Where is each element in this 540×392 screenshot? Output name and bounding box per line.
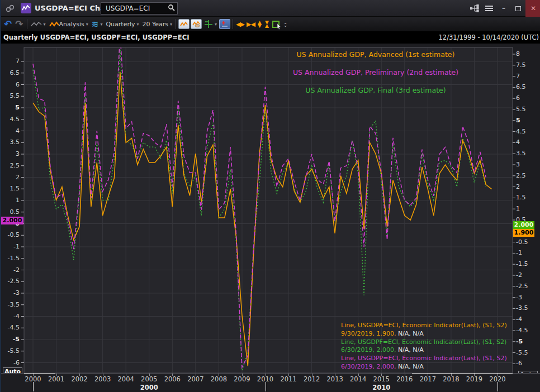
redo-button[interactable]: ↷ [13,18,25,31]
info-line-description: Line, USGDPP=ECI, Economic Indicator(Las… [341,355,507,363]
last-price-badge-preliminary: 2.000 [1,217,23,224]
axis-range-marker [24,373,55,374]
interval-dropdown[interactable]: Quarterly ▾ [104,18,140,31]
left-axis-label: 6 [1,81,20,89]
left-axis-label: -1 [1,243,20,251]
legend-entry: US Annualized GDP, Advanced (1st estimat… [236,46,515,64]
x-axis-decade-label: 2010 [364,384,398,391]
separator [27,19,27,29]
analysis-label: Analysis [59,21,84,28]
line-style-icon [31,21,42,27]
analysis-dropdown[interactable]: Analysis ▾ [48,18,90,31]
x-axis-year-label: 2017 [415,375,440,383]
x-axis-year-label: 2003 [91,375,115,383]
right-axis-label: -4 [516,315,539,323]
chart-window: USGDPA=ECI Chart – ✕ [0,0,540,392]
right-axis-label: -1.5 [516,260,539,268]
left-axis-label: -4.5 [1,324,20,332]
chart-plot-area[interactable]: US Annualized GDP, Advanced (1st estimat… [1,44,540,373]
analysis-icon [49,21,59,27]
right-axis-label: 7 [516,73,539,80]
info-line-description: Line, USGDPF=ECI, Economic Indicator(Las… [341,338,507,347]
expand-vertical-button[interactable]: ▲▼ [258,21,262,27]
info-line-na: N/A, N/A [396,346,423,353]
left-axis-label: 5.5 [1,92,20,100]
right-axis-label: -4.5 [516,327,539,334]
x-axis-year-label: 2008 [206,375,231,383]
x-axis[interactable]: 2000200120022003200420052006200720082009… [1,373,540,392]
triangle-right-icon: ▶ [247,21,250,28]
right-axis-label: 5.5 [516,106,539,113]
chart-type-button[interactable] [178,19,190,29]
x-axis-year-label: 2007 [183,375,208,383]
info-line-values: 9/30/2019, 1.900, [341,330,396,337]
right-axis-label: 4.5 [516,128,539,136]
compress-horizontal-button[interactable]: ▶◀ [247,21,255,28]
menu-icon[interactable] [482,1,496,16]
chart-edit-button[interactable] [191,19,202,29]
maximize-button[interactable] [511,0,525,17]
search-input[interactable] [101,4,165,12]
link-channel-icon[interactable] [4,3,16,14]
waves-icon: ≋ [92,19,99,29]
right-axis-label: 8 [516,50,539,58]
left-axis-label: 4.5 [1,116,20,123]
left-axis-label: 5 [1,104,20,112]
info-line-values: 6/30/2019, 2.000, [341,346,396,353]
add-subchart-button[interactable] [219,19,230,29]
right-axis-label: -3.5 [516,304,539,312]
triangle-up-icon: ▲ [265,24,269,27]
more-tools-button[interactable]: ⌄ ⌄ [283,21,288,27]
scale-axis-icon [204,20,213,28]
info-line-values: 6/30/2019, 2.000, [341,363,396,370]
triangle-down-icon: ▼ [258,24,262,27]
expand-horizontal-button[interactable]: ◀▶ [236,21,244,28]
left-axis-label: -5.5 [1,347,20,355]
right-axis-label: 2.5 [516,172,539,180]
range-label: 20 Years [143,21,169,28]
separator [176,19,176,29]
range-dropdown[interactable]: 20 Years ▾ [141,18,174,31]
x-axis-year-label: 2001 [44,375,69,383]
right-axis-label: -5.5 [516,349,539,357]
overlay-dropdown[interactable]: ≋ ▾ [90,18,105,31]
chevron-down-icon: ▾ [170,22,172,27]
line-style-dropdown[interactable]: ▾ [29,18,48,31]
left-axis-label: -3.5 [1,301,20,309]
x-axis-year-label: 2019 [462,375,486,383]
left-axis-label: -5 [1,336,20,343]
compress-vertical-button[interactable]: ▼▲ [265,21,269,27]
close-button[interactable]: ✕ [525,0,540,17]
add-plus-icon [221,21,229,27]
x-axis-decade-label: 2000 [132,384,166,391]
right-axis-label: 5 [516,117,539,125]
undo-icon: ↶ [4,18,12,30]
instrument-search[interactable] [101,2,178,15]
undo-button[interactable]: ↶ [2,18,13,31]
x-axis-year-label: 2018 [439,375,463,383]
search-icon[interactable] [165,4,177,13]
toolbar: ↶ ↷ ▾ Analysis ▾ ≋ ▾ Quarterly ▾ 20 Year… [1,17,540,32]
x-axis-year-label: 2016 [392,375,417,383]
zoom-select-button[interactable] [271,18,281,31]
chevron-down-icon: ▾ [86,22,88,27]
right-axis-label: -5 [516,338,539,346]
minimize-button[interactable]: – [496,0,511,17]
triangle-left-icon: ◀ [236,21,240,28]
selection-box-icon [272,21,280,28]
left-axis-label: 4 [1,127,20,135]
x-axis-year-label: 2011 [276,375,301,383]
left-axis-label: -4 [1,313,20,321]
right-axis-label: -2 [516,271,539,279]
chart-legend: US Annualized GDP, Advanced (1st estimat… [236,46,515,99]
info-line-description: Line, USGDPA=ECI, Economic Indicator(Las… [341,322,507,330]
link-tree-icon[interactable] [467,1,482,16]
right-axis-label: -6 [516,360,539,367]
x-axis-year-label: 2014 [346,375,371,383]
info-line-na: N/A, N/A [396,330,423,337]
right-axis-label: 3 [516,161,539,169]
triangle-right-icon: ▶ [240,21,244,28]
right-axis-label: 6 [516,94,539,102]
scale-settings-dropdown[interactable]: ▾ [202,18,219,31]
chart-icon [180,21,188,27]
